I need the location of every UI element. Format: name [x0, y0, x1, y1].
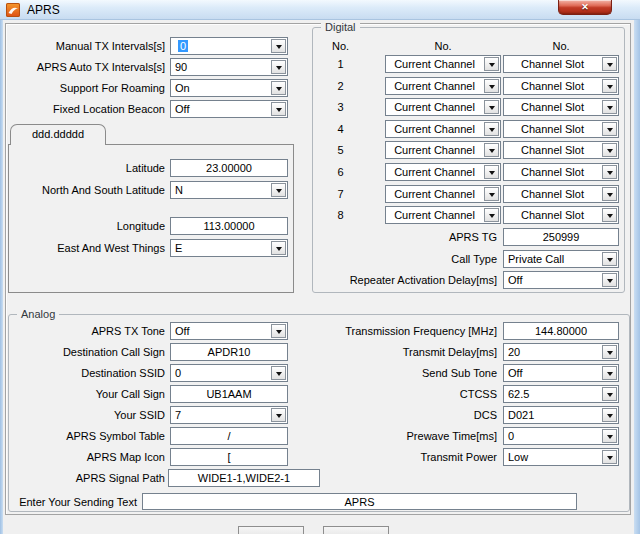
aprs-tx-tone-select[interactable]: Off: [170, 322, 288, 340]
dropdown-arrow-icon[interactable]: [602, 450, 617, 464]
ctcss-select[interactable]: 62.5: [503, 385, 619, 403]
manual-tx-intervals-label: Manual TX Intervals[s]: [2, 37, 165, 55]
window-title: APRS: [27, 3, 60, 17]
dropdown-arrow-icon[interactable]: [271, 183, 286, 197]
tab-ddd-ddddd[interactable]: ddd.ddddd: [10, 124, 106, 145]
close-button[interactable]: ✕: [558, 0, 612, 15]
digital-slot-select-8[interactable]: Channel Slot: [503, 206, 619, 224]
dropdown-arrow-icon[interactable]: [602, 345, 617, 359]
send-sub-tone-select[interactable]: Off: [503, 364, 619, 382]
support-for-roaming-select[interactable]: On: [170, 79, 288, 97]
manual-tx-intervals-select[interactable]: 0: [170, 37, 288, 55]
dropdown-arrow-icon[interactable]: [484, 122, 499, 136]
digital-group-label: Digital: [321, 20, 360, 34]
aprs-auto-tx-intervals-select[interactable]: 90: [170, 58, 288, 76]
dropdown-arrow-icon[interactable]: [271, 60, 286, 74]
digital-row-no: 4: [318, 120, 363, 138]
support-for-roaming-label: Support For Roaming: [2, 79, 165, 97]
transmit-delay-select[interactable]: 20: [503, 343, 619, 361]
digital-channel-select-3[interactable]: Current Channel: [385, 98, 501, 116]
digital-slot-select-6[interactable]: Channel Slot: [503, 163, 619, 181]
longitude-field[interactable]: 113.00000: [170, 217, 288, 235]
digital-row-no: 1: [318, 55, 363, 73]
bottom-button-right[interactable]: [323, 526, 389, 534]
dropdown-arrow-icon[interactable]: [484, 100, 499, 114]
north-south-select[interactable]: N: [170, 181, 288, 199]
east-west-select[interactable]: E: [170, 239, 288, 257]
east-west-label: East And West Things: [2, 239, 165, 257]
dropdown-arrow-icon[interactable]: [602, 165, 617, 179]
aprs-map-icon-label: APRS Map Icon: [2, 448, 165, 466]
sending-text-field[interactable]: APRS: [142, 493, 577, 510]
bottom-button-left[interactable]: [238, 526, 304, 534]
dropdown-arrow-icon[interactable]: [484, 143, 499, 157]
destination-call-sign-field[interactable]: APDR10: [170, 343, 288, 361]
dropdown-arrow-icon[interactable]: [484, 79, 499, 93]
digital-slot-select-5[interactable]: Channel Slot: [503, 141, 619, 159]
digital-channel-select-7[interactable]: Current Channel: [385, 185, 501, 203]
your-call-sign-field[interactable]: UB1AAM: [170, 385, 288, 403]
digital-slot-select-2[interactable]: Channel Slot: [503, 77, 619, 95]
dropdown-arrow-icon[interactable]: [602, 79, 617, 93]
digital-row-no: 3: [318, 98, 363, 116]
north-south-label: North And South Latitude: [2, 181, 165, 199]
dropdown-arrow-icon[interactable]: [602, 273, 617, 287]
digital-channel-select-4[interactable]: Current Channel: [385, 120, 501, 138]
digital-slot-select-4[interactable]: Channel Slot: [503, 120, 619, 138]
digital-col-header-channel: No.: [385, 37, 501, 55]
aprs-tg-field[interactable]: 250999: [503, 228, 619, 246]
dropdown-arrow-icon[interactable]: [271, 39, 286, 53]
digital-channel-select-2[interactable]: Current Channel: [385, 77, 501, 95]
repeater-activation-delay-select[interactable]: Off: [503, 271, 619, 289]
dropdown-arrow-icon[interactable]: [602, 366, 617, 380]
dropdown-arrow-icon[interactable]: [271, 102, 286, 116]
dcs-select[interactable]: D021: [503, 406, 619, 424]
aprs-auto-tx-intervals-label: APRS Auto TX Intervals[s]: [2, 58, 165, 76]
latitude-label: Latitude: [2, 159, 165, 177]
dropdown-arrow-icon[interactable]: [602, 187, 617, 201]
dropdown-arrow-icon[interactable]: [602, 208, 617, 222]
destination-call-sign-label: Destination Call Sign: [2, 343, 165, 361]
dropdown-arrow-icon[interactable]: [602, 408, 617, 422]
digital-channel-select-1[interactable]: Current Channel: [385, 55, 501, 73]
dropdown-arrow-icon[interactable]: [271, 81, 286, 95]
dropdown-arrow-icon[interactable]: [602, 122, 617, 136]
aprs-map-icon-field[interactable]: [: [170, 448, 288, 466]
dropdown-arrow-icon[interactable]: [602, 252, 617, 266]
latitude-field[interactable]: 23.00000: [170, 159, 288, 177]
window-frame-right: [634, 20, 640, 534]
dropdown-arrow-icon[interactable]: [602, 143, 617, 157]
digital-slot-select-1[interactable]: Channel Slot: [503, 55, 619, 73]
your-ssid-select[interactable]: 7: [170, 406, 288, 424]
repeater-activation-delay-label: Repeater Activation Delay[ms]: [280, 271, 497, 289]
digital-channel-select-8[interactable]: Current Channel: [385, 206, 501, 224]
dropdown-arrow-icon[interactable]: [602, 387, 617, 401]
digital-channel-select-6[interactable]: Current Channel: [385, 163, 501, 181]
aprs-tx-tone-label: APRS TX Tone: [2, 322, 165, 340]
dropdown-arrow-icon[interactable]: [602, 100, 617, 114]
dropdown-arrow-icon[interactable]: [484, 208, 499, 222]
dropdown-arrow-icon[interactable]: [484, 57, 499, 71]
destination-ssid-select[interactable]: 0: [170, 364, 288, 382]
aprs-tg-label: APRS TG: [280, 228, 497, 246]
prewave-time-select[interactable]: 0: [503, 427, 619, 445]
selected-text: 0: [178, 40, 188, 52]
digital-row-no: 8: [318, 206, 363, 224]
dropdown-arrow-icon[interactable]: [602, 57, 617, 71]
aprs-symbol-table-field[interactable]: /: [170, 427, 288, 445]
dropdown-arrow-icon[interactable]: [602, 429, 617, 443]
aprs-signal-path-field[interactable]: WIDE1-1,WIDE2-1: [168, 469, 320, 487]
digital-row-no: 6: [318, 163, 363, 181]
titlebar: APRS ✕: [0, 0, 640, 20]
transmit-power-select[interactable]: Low: [503, 448, 619, 466]
digital-slot-select-3[interactable]: Channel Slot: [503, 98, 619, 116]
digital-slot-select-7[interactable]: Channel Slot: [503, 185, 619, 203]
dropdown-arrow-icon[interactable]: [484, 187, 499, 201]
transmission-frequency-field[interactable]: 144.80000: [503, 322, 619, 340]
aprs-dialog: APRS ✕ Manual TX Intervals[s] 0 APRS Aut…: [0, 0, 640, 534]
call-type-select[interactable]: Private Call: [503, 250, 619, 268]
fixed-location-beacon-select[interactable]: Off: [170, 100, 288, 118]
your-ssid-label: Your SSID: [2, 406, 165, 424]
digital-channel-select-5[interactable]: Current Channel: [385, 141, 501, 159]
dropdown-arrow-icon[interactable]: [484, 165, 499, 179]
